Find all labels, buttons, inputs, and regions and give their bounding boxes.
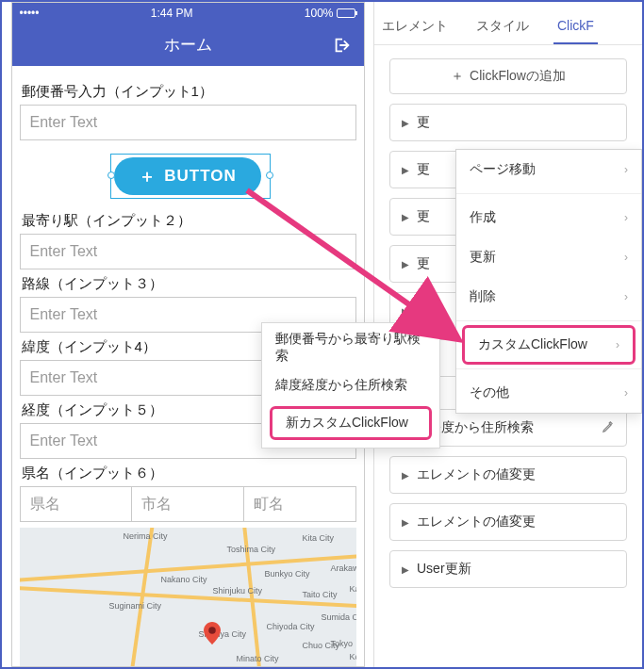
accordion-label: エレメントの値変更: [417, 466, 536, 483]
map-city: Katsu: [350, 584, 356, 594]
tab-style[interactable]: スタイル: [472, 18, 533, 44]
accordion-user-update[interactable]: ▶User更新: [389, 550, 627, 588]
submenu-new-custom[interactable]: 新カスタムClickFlow: [270, 406, 432, 440]
map-city: Bunkyo City: [265, 569, 310, 579]
menu-update[interactable]: 更新›: [456, 237, 641, 277]
accordion-elem-change-1[interactable]: ▶エレメントの値変更: [389, 456, 627, 494]
pencil-icon[interactable]: [602, 420, 615, 436]
plus-icon: ＋: [139, 165, 157, 188]
logout-icon[interactable]: [332, 35, 353, 60]
map-city: Tokyo: [331, 639, 354, 648]
chevron-right-icon: ›: [624, 251, 628, 264]
status-bar: ••••• 1:44 PM 100%: [12, 3, 364, 24]
map-city: Suginami City: [109, 601, 162, 611]
chevron-right-icon: ›: [624, 163, 628, 176]
tab-elements[interactable]: エレメント: [378, 18, 452, 44]
svg-point-0: [208, 627, 216, 634]
map-city: Shinjuku City: [213, 586, 263, 596]
map-city: Kita City: [303, 533, 335, 543]
nav-bar: ホーム: [12, 24, 364, 66]
postal-input[interactable]: [20, 105, 356, 140]
chevron-right-icon: ›: [616, 338, 619, 351]
pref-label: 県名（インプット６）: [22, 465, 356, 482]
map-city: Taito City: [303, 590, 338, 599]
battery-icon: [337, 8, 355, 18]
town-input[interactable]: [243, 486, 355, 522]
clickflow-submenu: 郵便番号から最寄り駅検索 緯度経度から住所検索 新カスタムClickFlow: [261, 322, 440, 449]
tab-clickflow[interactable]: ClickF: [553, 18, 598, 44]
line-label: 路線（インプット３）: [22, 275, 356, 293]
accordion-label: エレメントの値変更: [417, 514, 536, 530]
accordion-item[interactable]: ▶更: [389, 104, 627, 141]
chevron-right-icon: ›: [624, 386, 628, 400]
plus-icon: ＋: [451, 68, 464, 85]
clickflow-menu: ページ移動› 作成› 更新› 削除› カスタムClickFlow› その他›: [455, 149, 642, 414]
menu-page-move[interactable]: ページ移動›: [456, 150, 641, 189]
submenu-latlng-search[interactable]: 緯度経度から住所検索: [262, 367, 439, 404]
map-city: Sumida City: [322, 612, 356, 622]
chevron-right-icon: ›: [624, 290, 628, 303]
station-label: 最寄り駅（インプット２）: [22, 212, 356, 230]
add-clickflow-label: ClickFlowの追加: [470, 68, 566, 85]
chevron-right-icon: ›: [624, 211, 628, 224]
postal-label: 郵便番号入力（インプット1）: [22, 83, 356, 101]
battery-percent: 100%: [305, 7, 334, 20]
submenu-postal-search[interactable]: 郵便番号から最寄り駅検索: [262, 329, 439, 367]
map-pin-icon: [204, 622, 221, 646]
map-city: Toshima City: [227, 545, 276, 554]
menu-other[interactable]: その他›: [456, 373, 641, 413]
inspector-tabs: エレメント スタイル ClickF: [374, 2, 642, 45]
add-button[interactable]: ＋ BUTTON: [114, 157, 261, 195]
map-city: Chiyoda City: [267, 622, 315, 631]
station-input[interactable]: [20, 234, 356, 269]
status-time: 1:44 PM: [151, 7, 193, 20]
map-preview: Nerima City Toshima City Kita City Nakan…: [20, 528, 356, 666]
menu-custom-clickflow[interactable]: カスタムClickFlow›: [462, 325, 636, 365]
add-clickflow-button[interactable]: ＋ ClickFlowの追加: [389, 58, 627, 94]
map-city: Nerima City: [124, 531, 168, 541]
city-input[interactable]: [131, 486, 243, 522]
menu-create[interactable]: 作成›: [456, 198, 641, 237]
map-city: Arakawa C: [331, 563, 356, 573]
pref-input[interactable]: [20, 486, 132, 522]
button-label: BUTTON: [164, 167, 237, 186]
map-city: Koto: [350, 652, 356, 661]
page-title: ホーム: [164, 34, 212, 56]
accordion-elem-change-2[interactable]: ▶エレメントの値変更: [389, 503, 627, 541]
map-city: Nakano City: [161, 575, 207, 584]
map-city: Minato City: [237, 654, 279, 663]
menu-delete[interactable]: 削除›: [456, 277, 641, 317]
accordion-label: User更新: [417, 561, 471, 578]
signal-icon: •••••: [20, 7, 40, 20]
